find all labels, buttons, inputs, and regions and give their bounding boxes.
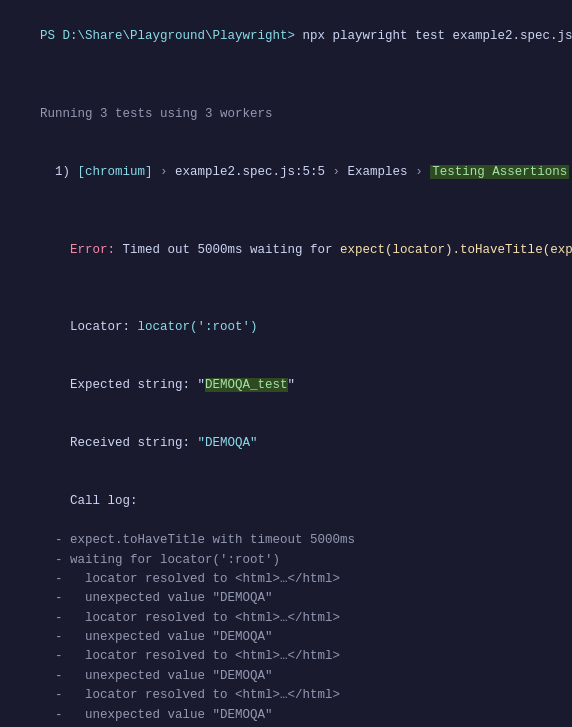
error-label: Error: — [70, 243, 115, 257]
received-line: Received string: "DEMOQA" — [0, 415, 572, 473]
prompt-line: PS D:\Share\Playground\Playwright> npx p… — [0, 8, 572, 66]
testing-assertions-text: Testing Assertions — [430, 165, 569, 179]
blank-line-3 — [0, 279, 572, 298]
terminal: PS D:\Share\Playground\Playwright> npx p… — [0, 0, 572, 727]
locator-indent — [40, 320, 70, 334]
error-msg: Timed out 5000ms waiting for — [115, 243, 340, 257]
log-line-3: - unexpected value "DEMOQA" — [0, 589, 572, 608]
examples-text: Examples — [348, 165, 408, 179]
error-indent — [40, 243, 70, 257]
received-indent — [40, 436, 70, 450]
received-val: "DEMOQA" — [190, 436, 258, 450]
locator-label: Locator: — [70, 320, 130, 334]
log-line-9: - unexpected value "DEMOQA" — [0, 706, 572, 725]
arrow2: › — [325, 165, 348, 179]
expected-quote1: " — [190, 378, 205, 392]
calllog-indent — [40, 494, 70, 508]
test-number: 1) — [40, 165, 78, 179]
calllog-line: Call log: — [0, 473, 572, 531]
arrow1: › — [153, 165, 176, 179]
error-line: Error: Timed out 5000ms waiting for expe… — [0, 221, 572, 279]
expected-line: Expected string: "DEMOQA_test" — [0, 357, 572, 415]
log-line-8: - locator resolved to <html>…</html> — [0, 686, 572, 705]
prompt-text: PS D:\Share\Playground\Playwright> — [40, 29, 295, 43]
expected-indent — [40, 378, 70, 392]
blank-line-2 — [0, 202, 572, 221]
browser-bracket: [chromium] — [78, 165, 153, 179]
running-text: Running 3 tests using 3 workers — [40, 107, 273, 121]
received-label: Received string: — [70, 436, 190, 450]
log-line-4: - locator resolved to <html>…</html> — [0, 609, 572, 628]
running-line: Running 3 tests using 3 workers — [0, 86, 572, 144]
log-line-6: - locator resolved to <html>…</html> — [0, 647, 572, 666]
calllog-label: Call log: — [70, 494, 138, 508]
expected-label: Expected string: — [70, 378, 190, 392]
locator-val: locator(':root') — [130, 320, 258, 334]
spec-path: example2.spec.js:5:5 — [175, 165, 325, 179]
error-fn: expect(locator).toHaveTitle(expected) — [340, 243, 572, 257]
blank-line-1 — [0, 66, 572, 85]
log-line-5: - unexpected value "DEMOQA" — [0, 628, 572, 647]
arrow3: › — [408, 165, 431, 179]
log-line-1: - waiting for locator(':root') — [0, 551, 572, 570]
log-line-2: - locator resolved to <html>…</html> — [0, 570, 572, 589]
log-line-0: - expect.toHaveTitle with timeout 5000ms — [0, 531, 572, 550]
test-header-line: 1) [chromium] › example2.spec.js:5:5 › E… — [0, 144, 572, 202]
log-line-7: - unexpected value "DEMOQA" — [0, 667, 572, 686]
command-text: npx playwright test example2.spec.js — [295, 29, 572, 43]
expected-val: DEMOQA_test — [205, 378, 288, 392]
locator-line: Locator: locator(':root') — [0, 299, 572, 357]
expected-quote2: " — [288, 378, 296, 392]
